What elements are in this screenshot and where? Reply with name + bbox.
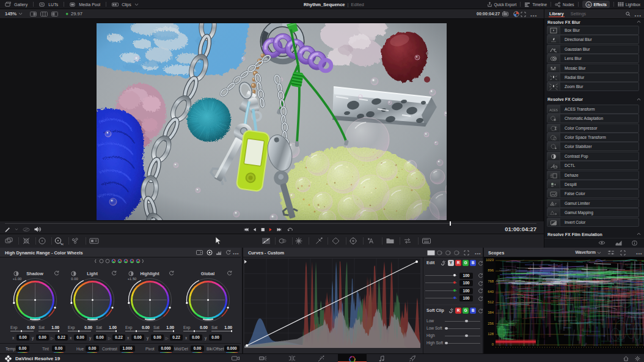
svg-text:fx: fx <box>587 2 590 6</box>
svg-text:HDR: HDR <box>61 243 64 246</box>
svg-text:ACES: ACES <box>549 108 558 111</box>
svg-text:T: T <box>555 203 557 206</box>
svg-text:DCTL: DCTL <box>553 166 558 169</box>
